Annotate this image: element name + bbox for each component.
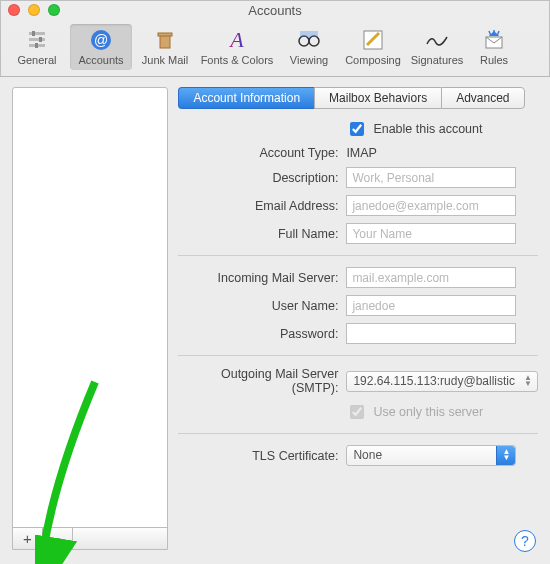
- fullname-label: Full Name:: [178, 227, 338, 241]
- tls-value: None: [353, 448, 382, 462]
- trash-icon: [151, 28, 179, 52]
- toolbar-junkmail[interactable]: Junk Mail: [134, 24, 196, 70]
- svg-rect-13: [300, 31, 318, 37]
- toolbar-label: Accounts: [78, 54, 123, 66]
- slider-icon: [23, 28, 51, 52]
- toolbar-label: General: [17, 54, 56, 66]
- compose-icon: [359, 28, 387, 52]
- main-panel: Account Information Mailbox Behaviors Ad…: [178, 87, 538, 550]
- toolbar-label: Fonts & Colors: [201, 54, 274, 66]
- remove-account-button[interactable]: −: [43, 528, 73, 549]
- help-button[interactable]: ?: [514, 530, 536, 552]
- email-input[interactable]: [346, 195, 516, 216]
- signature-icon: [423, 28, 451, 52]
- tls-label: TLS Certificate:: [178, 449, 338, 463]
- enable-account-checkbox[interactable]: [350, 122, 364, 136]
- account-type-value: IMAP: [346, 146, 516, 160]
- svg-rect-0: [29, 32, 45, 35]
- account-form: Enable this account Account Type: IMAP D…: [178, 119, 538, 466]
- toolbar-fonts[interactable]: A Fonts & Colors: [198, 24, 276, 70]
- password-label: Password:: [178, 327, 338, 341]
- tab-mailbox-behaviors[interactable]: Mailbox Behaviors: [314, 87, 441, 109]
- fullname-input[interactable]: [346, 223, 516, 244]
- description-label: Description:: [178, 171, 338, 185]
- svg-rect-5: [35, 43, 38, 48]
- incoming-label: Incoming Mail Server:: [178, 271, 338, 285]
- accounts-list[interactable]: [13, 88, 167, 527]
- toolbar-composing[interactable]: Composing: [342, 24, 404, 70]
- tab-bar: Account Information Mailbox Behaviors Ad…: [178, 87, 538, 109]
- toolbar-label: Viewing: [290, 54, 328, 66]
- svg-rect-1: [29, 38, 45, 41]
- description-input[interactable]: [346, 167, 516, 188]
- accounts-sidebar: + −: [12, 87, 168, 550]
- svg-rect-4: [39, 37, 42, 42]
- glasses-icon: [295, 28, 323, 52]
- smtp-value: 192.64.115.113:rudy@ballistic: [353, 374, 515, 388]
- chevron-updown-icon: ▲▼: [502, 449, 510, 461]
- incoming-input[interactable]: [346, 267, 516, 288]
- toolbar-signatures[interactable]: Signatures: [406, 24, 468, 70]
- preferences-window: Accounts General @ Accounts Junk Mail A …: [0, 0, 550, 564]
- svg-rect-8: [160, 35, 170, 48]
- toolbar: General @ Accounts Junk Mail A Fonts & C…: [0, 20, 550, 77]
- sidebar-footer: + −: [13, 527, 167, 549]
- chevron-updown-icon: ▲▼: [524, 375, 532, 387]
- content-body: + − Account Information Mailbox Behavior…: [0, 77, 550, 564]
- tab-account-information[interactable]: Account Information: [178, 87, 314, 109]
- sidebar-footer-spacer: [73, 528, 167, 549]
- toolbar-label: Junk Mail: [142, 54, 188, 66]
- toolbar-label: Composing: [345, 54, 401, 66]
- tls-select[interactable]: None ▲▼: [346, 445, 516, 466]
- toolbar-label: Rules: [480, 54, 508, 66]
- svg-text:@: @: [94, 32, 108, 48]
- titlebar: Accounts: [0, 0, 550, 20]
- font-icon: A: [223, 28, 251, 52]
- use-only-server-checkbox: [350, 405, 364, 419]
- svg-point-10: [299, 36, 309, 46]
- toolbar-label: Signatures: [411, 54, 464, 66]
- toolbar-general[interactable]: General: [6, 24, 68, 70]
- tab-advanced[interactable]: Advanced: [441, 87, 524, 109]
- use-only-server-label: Use only this server: [373, 405, 483, 419]
- smtp-select[interactable]: 192.64.115.113:rudy@ballistic ▲▼: [346, 371, 538, 392]
- at-icon: @: [87, 28, 115, 52]
- rules-icon: [480, 28, 508, 52]
- enable-account-label: Enable this account: [373, 122, 482, 136]
- username-input[interactable]: [346, 295, 516, 316]
- add-account-button[interactable]: +: [13, 528, 43, 549]
- username-label: User Name:: [178, 299, 338, 313]
- toolbar-accounts[interactable]: @ Accounts: [70, 24, 132, 70]
- toolbar-viewing[interactable]: Viewing: [278, 24, 340, 70]
- password-input[interactable]: [346, 323, 516, 344]
- svg-rect-3: [32, 31, 35, 36]
- account-type-label: Account Type:: [178, 146, 338, 160]
- svg-point-11: [309, 36, 319, 46]
- svg-rect-9: [158, 33, 172, 36]
- window-title: Accounts: [0, 3, 550, 18]
- toolbar-rules[interactable]: Rules: [470, 24, 518, 70]
- smtp-label: Outgoing Mail Server (SMTP):: [178, 367, 338, 395]
- email-label: Email Address:: [178, 199, 338, 213]
